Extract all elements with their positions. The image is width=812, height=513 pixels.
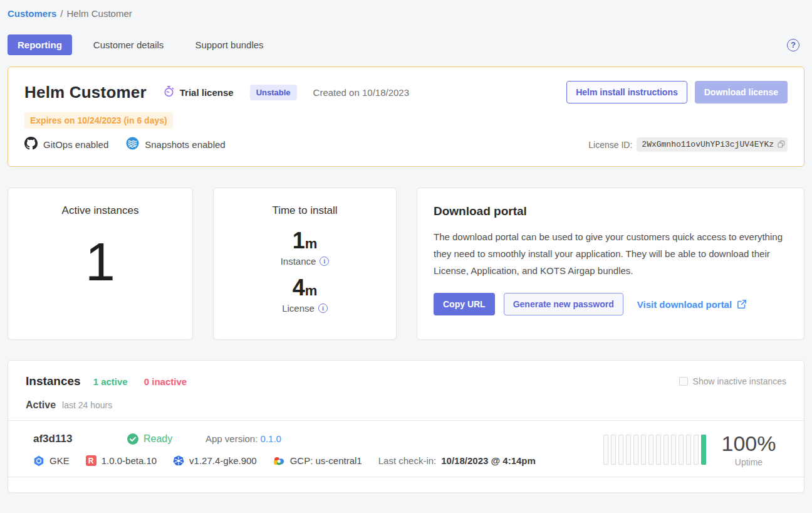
visit-download-portal-link[interactable]: Visit download portal	[637, 299, 747, 310]
created-date: Created on 10/18/2023	[313, 87, 409, 98]
gitops-label: GitOps enabled	[43, 139, 108, 150]
k8s-version-chip: v1.27.4-gke.900	[173, 455, 257, 467]
page: Customers/Helm Customer Reporting Custom…	[0, 0, 812, 513]
uptime-bar	[671, 435, 676, 465]
github-icon	[24, 137, 38, 152]
active-instances-title: Active instances	[62, 204, 139, 217]
active-instances-value: 1	[85, 235, 115, 288]
uptime-bar	[701, 435, 706, 465]
instance-install-time: 1m	[293, 230, 318, 252]
time-to-install-title: Time to install	[272, 204, 337, 217]
show-inactive-toggle[interactable]: Show inactive instances	[679, 376, 786, 386]
uptime-bar	[633, 435, 638, 465]
uptime-label: Uptime	[711, 457, 786, 467]
uptime-bar	[603, 435, 608, 465]
uptime-bar	[686, 435, 691, 465]
gke-icon	[33, 455, 44, 467]
stats-row: Active instances 1 Time to install 1m In…	[8, 188, 804, 340]
instance-id[interactable]: af3d113	[33, 433, 127, 445]
active-instances-card: Active instances 1	[8, 188, 193, 340]
download-portal-description: The download portal can be used to give …	[434, 228, 788, 279]
generate-password-button[interactable]: Generate new password	[504, 293, 623, 315]
copy-url-button[interactable]: Copy URL	[434, 293, 495, 315]
ready-check-icon	[127, 433, 138, 445]
breadcrumb-customers-link[interactable]: Customers	[8, 8, 56, 19]
instance-row[interactable]: af3d113 Ready App version: 0.1.0	[8, 420, 804, 477]
uptime-percentage: 100%	[711, 431, 786, 456]
external-link-icon	[737, 299, 747, 309]
instance-status: Ready	[127, 433, 206, 445]
release-icon: R	[86, 455, 96, 466]
region-chip: GCP: us-central1	[273, 455, 362, 466]
instances-title: Instances	[26, 374, 81, 388]
release-version-chip: R 1.0.0-beta.10	[86, 455, 157, 466]
inactive-count: 0 inactive	[144, 376, 187, 387]
uptime-bar-chart	[603, 435, 706, 465]
expires-pill: Expires on 10/24/2023 (in 6 days)	[24, 112, 173, 129]
download-portal-title: Download portal	[434, 204, 788, 218]
kubernetes-icon	[173, 455, 184, 467]
tab-bar: Reporting Customer details Support bundl…	[8, 34, 804, 55]
uptime-bar	[626, 435, 631, 465]
license-id-label: License ID:	[588, 140, 632, 150]
license-info-icon[interactable]: i	[318, 304, 328, 313]
customer-header-card: Helm Customer Trial license Unstable Cre…	[8, 66, 804, 167]
uptime-bar	[618, 435, 623, 465]
instances-card: Instances 1 active 0 inactive Show inact…	[8, 360, 804, 493]
license-id-group: License ID: 2WxGmnho11ovUhYPi3cjUV4EYKz	[588, 137, 788, 152]
breadcrumb: Customers/Helm Customer	[8, 0, 804, 19]
uptime-bar	[648, 435, 653, 465]
trial-timer-icon	[163, 85, 175, 100]
instance-install-label: Instancei	[281, 256, 330, 267]
breadcrumb-separator: /	[60, 8, 63, 19]
uptime-bar	[679, 435, 684, 465]
app-version: App version: 0.1.0	[206, 433, 281, 444]
channel-badge: Unstable	[250, 85, 297, 100]
uptime-bar	[611, 435, 616, 465]
license-install-label: Licensei	[282, 303, 328, 314]
uptime-group: 100% Uptime	[603, 431, 786, 467]
tab-support-bundles[interactable]: Support bundles	[185, 34, 273, 55]
download-portal-card: Download portal The download portal can …	[417, 188, 804, 340]
instance-info-icon[interactable]: i	[320, 256, 329, 266]
license-install-time: 4m	[293, 277, 318, 299]
app-version-link[interactable]: 0.1.0	[261, 433, 281, 444]
copy-license-icon[interactable]	[778, 140, 785, 151]
license-type-label: Trial license	[180, 87, 234, 98]
active-count: 1 active	[93, 376, 128, 387]
active-section-range: last 24 hours	[62, 400, 112, 410]
active-section-label: Active	[26, 399, 56, 411]
tab-customer-details[interactable]: Customer details	[83, 34, 174, 55]
time-to-install-card: Time to install 1m Instancei 4m Licensei	[213, 188, 397, 340]
gcp-icon	[273, 456, 285, 466]
gitops-feature: GitOps enabled	[24, 137, 108, 152]
last-checkin: Last check-in: 10/18/2023 @ 4:14pm	[378, 455, 536, 466]
customer-title: Helm Customer	[24, 83, 147, 102]
download-license-button[interactable]: Download license	[695, 81, 788, 103]
tab-reporting[interactable]: Reporting	[8, 34, 72, 55]
help-icon[interactable]: ?	[787, 39, 799, 51]
license-type-group: Trial license	[163, 85, 234, 100]
distribution-chip: GKE	[33, 455, 70, 467]
license-id-value: 2WxGmnho11ovUhYPi3cjUV4EYKz	[637, 137, 788, 152]
uptime-bar	[641, 435, 646, 465]
helm-install-instructions-button[interactable]: Helm install instructions	[566, 81, 687, 103]
show-inactive-checkbox[interactable]	[679, 377, 688, 386]
uptime-bar	[694, 435, 699, 465]
snapshots-label: Snapshots enabled	[145, 139, 225, 150]
uptime-bar	[656, 435, 661, 465]
uptime-bar	[664, 435, 669, 465]
snapshots-icon	[126, 137, 139, 152]
snapshots-feature: Snapshots enabled	[126, 137, 225, 152]
show-inactive-label: Show inactive instances	[693, 376, 786, 386]
breadcrumb-current: Helm Customer	[67, 8, 132, 19]
